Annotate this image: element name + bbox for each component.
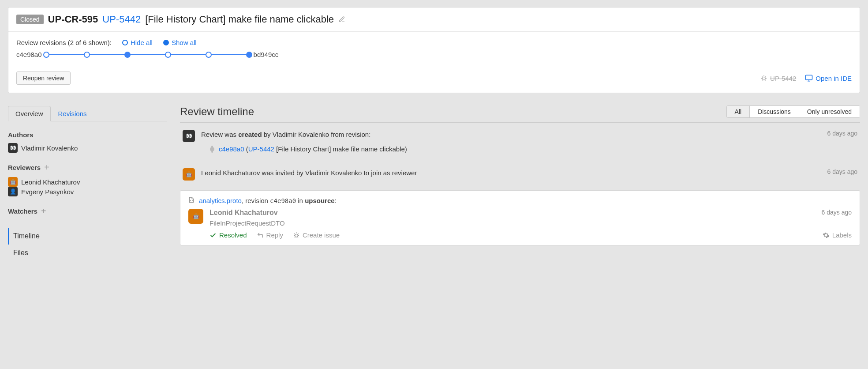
review-title-row: Closed UP-CR-595 UP-5442 [File History C… <box>8 8 860 32</box>
authors-label: Authors <box>8 131 167 139</box>
filter-unresolved[interactable]: Only unresolved <box>799 106 860 117</box>
revision-graph[interactable] <box>46 51 249 58</box>
show-all-dot-icon <box>163 40 169 45</box>
gear-icon <box>823 232 830 239</box>
timeline-item: 👀 Review was created by Vladimir Kovalen… <box>180 123 860 161</box>
discussion-card: analytics.proto, revision c4e98a0 in ups… <box>180 190 860 245</box>
end-commit-hash: bd949cc <box>254 51 279 58</box>
revision-node[interactable] <box>246 52 252 58</box>
revision-node[interactable] <box>124 52 131 58</box>
bug-icon <box>760 75 767 82</box>
main-content: Review timeline All Discussions Only unr… <box>180 105 860 245</box>
reopen-review-button[interactable]: Reopen review <box>16 72 71 85</box>
issue-link[interactable]: UP-5442 <box>102 14 141 25</box>
svg-point-2 <box>295 234 298 237</box>
labels-action[interactable]: Labels <box>823 231 852 239</box>
show-all-link[interactable]: Show all <box>163 39 197 46</box>
revision-node[interactable] <box>84 52 90 58</box>
add-watcher-icon[interactable]: + <box>41 206 46 216</box>
start-commit-hash: c4e98a0 <box>16 51 42 58</box>
discussion-revision: c4e98a0 <box>270 197 296 204</box>
revisions-count-label: Review revisions (2 of 6 shown): <box>16 39 112 46</box>
review-header-card: Closed UP-CR-595 UP-5442 [File History C… <box>8 7 860 93</box>
author-person[interactable]: 👀 Vladimir Kovalenko <box>8 143 78 153</box>
revision-node[interactable] <box>43 52 49 58</box>
branch-icon <box>210 147 214 151</box>
avatar: 🤖 <box>8 177 18 187</box>
avatar: 🤖 <box>183 168 195 181</box>
reply-icon <box>257 232 264 239</box>
tab-overview[interactable]: Overview <box>8 106 51 121</box>
reply-action[interactable]: Reply <box>257 231 283 239</box>
avatar: 👀 <box>183 130 195 142</box>
edit-icon[interactable] <box>338 16 345 23</box>
status-badge: Closed <box>16 15 44 24</box>
open-in-ide-link[interactable]: Open in IDE <box>805 74 852 82</box>
nav-timeline[interactable]: Timeline <box>8 228 167 245</box>
filter-all[interactable]: All <box>727 106 750 117</box>
timeline-timestamp: 6 days ago <box>827 168 858 175</box>
file-code-icon <box>188 197 196 204</box>
commit-link[interactable]: c4e98a0 <box>219 145 244 153</box>
avatar: 🤖 <box>188 209 203 224</box>
reviewers-label: Reviewers <box>8 164 41 171</box>
svg-rect-1 <box>806 75 812 80</box>
filter-discussions[interactable]: Discussions <box>749 106 799 117</box>
timeline-item: 🤖 Leonid Khachaturov was invited by Vlad… <box>180 161 860 188</box>
revision-node[interactable] <box>165 52 171 58</box>
create-issue-action[interactable]: Create issue <box>293 231 340 239</box>
timeline-filter: All Discussions Only unresolved <box>726 105 860 118</box>
review-id: UP-CR-595 <box>48 14 98 25</box>
tab-revisions[interactable]: Revisions <box>51 106 94 121</box>
linked-issue-resolved[interactable]: UP-5442 <box>760 75 796 82</box>
nav-files[interactable]: Files <box>8 245 167 261</box>
timeline-title: Review timeline <box>180 105 254 118</box>
discussion-file-link[interactable]: analytics.proto <box>199 197 242 204</box>
issue-link[interactable]: UP-5442 <box>248 145 274 153</box>
watchers-label: Watchers <box>8 207 37 215</box>
check-icon <box>210 232 217 239</box>
sidebar-nav: Timeline Files <box>8 228 167 261</box>
hide-all-link[interactable]: Hide all <box>122 39 153 46</box>
monitor-icon <box>805 74 813 82</box>
revisions-area: Review revisions (2 of 6 shown): Hide al… <box>8 32 860 67</box>
bug-icon <box>293 232 300 239</box>
add-reviewer-icon[interactable]: + <box>44 162 49 173</box>
sidebar-tabs: Overview Revisions <box>8 105 167 121</box>
discussion-text: FileInProjectRequestDTO <box>210 219 852 227</box>
sidebar: Overview Revisions Authors 👀 Vladimir Ko… <box>8 105 167 261</box>
hide-all-dot-icon <box>122 40 128 45</box>
revision-node[interactable] <box>206 52 212 58</box>
resolved-action[interactable]: Resolved <box>210 231 247 239</box>
avatar: 👤 <box>8 187 18 196</box>
avatar: 👀 <box>8 143 18 153</box>
timeline-timestamp: 6 days ago <box>827 130 858 137</box>
discussion-author: Leonid Khachaturov <box>210 209 278 216</box>
reviewer-person[interactable]: 🤖 Leonid Khachaturov <box>8 177 80 187</box>
reviewer-person[interactable]: 👤 Evgeny Pasynkov <box>8 187 74 196</box>
discussion-timestamp: 6 days ago <box>822 209 852 216</box>
svg-point-0 <box>763 77 766 80</box>
review-title: [File History Chart] make file name clic… <box>145 14 334 25</box>
